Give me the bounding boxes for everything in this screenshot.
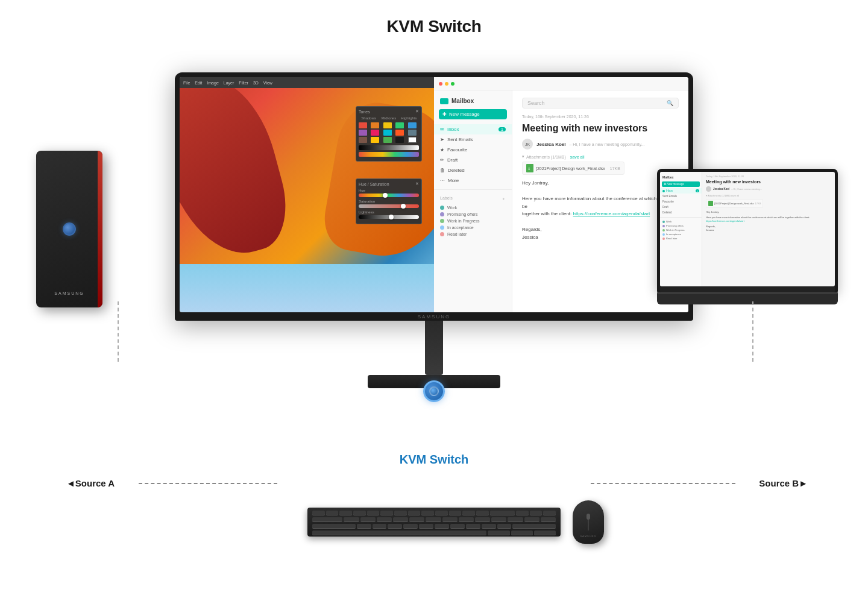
close-dot[interactable] bbox=[439, 82, 442, 86]
label-read-later[interactable]: Read later bbox=[440, 231, 506, 238]
key[interactable] bbox=[476, 511, 489, 515]
ps-menu-edit[interactable]: Edit bbox=[195, 81, 202, 85]
key[interactable] bbox=[421, 511, 434, 515]
laptop-label-wip[interactable]: Work in Progress bbox=[660, 228, 702, 232]
swatch-gray[interactable] bbox=[408, 130, 417, 136]
laptop-sidebar-draft[interactable]: Draft bbox=[660, 204, 702, 210]
key[interactable] bbox=[377, 517, 392, 522]
key-arrow[interactable] bbox=[511, 531, 533, 535]
swatch-pink[interactable] bbox=[371, 130, 379, 136]
ps-menu-filter[interactable]: Filter bbox=[239, 81, 248, 85]
key[interactable] bbox=[516, 511, 529, 515]
key[interactable] bbox=[408, 511, 421, 515]
attachment-file[interactable]: X [2021Project] Design work_Final.xlsx 1… bbox=[522, 162, 624, 175]
key[interactable] bbox=[462, 511, 475, 515]
swatch-yellow[interactable] bbox=[383, 122, 392, 128]
lightness-slider[interactable] bbox=[359, 215, 419, 219]
key[interactable] bbox=[373, 524, 387, 529]
key[interactable] bbox=[543, 511, 556, 515]
swatch-amber[interactable] bbox=[371, 137, 379, 143]
swatch-red[interactable] bbox=[359, 122, 367, 128]
key[interactable] bbox=[394, 511, 407, 515]
key[interactable] bbox=[419, 524, 433, 529]
ps-menu-image[interactable]: Image bbox=[207, 81, 218, 85]
swatch-green[interactable] bbox=[395, 122, 404, 128]
label-wip[interactable]: Work in Progress bbox=[440, 218, 506, 224]
label-acceptance[interactable]: In acceptance bbox=[440, 224, 506, 231]
laptop-sidebar-sent[interactable]: Sent Emails bbox=[660, 194, 702, 199]
label-work[interactable]: Work bbox=[440, 204, 506, 211]
key[interactable] bbox=[367, 511, 380, 515]
key-spacebar[interactable] bbox=[312, 531, 486, 535]
key[interactable] bbox=[524, 517, 539, 522]
swatch-black[interactable] bbox=[395, 137, 404, 143]
swatch-orange[interactable] bbox=[371, 122, 379, 128]
key[interactable] bbox=[388, 524, 402, 529]
key[interactable] bbox=[442, 517, 458, 522]
key[interactable] bbox=[491, 517, 506, 522]
laptop-sidebar-inbox[interactable]: Inbox 1 bbox=[660, 188, 702, 194]
key[interactable] bbox=[466, 524, 480, 529]
sidebar-item-sent[interactable]: ➤ Sent Emails bbox=[434, 134, 512, 145]
key-backspace[interactable] bbox=[490, 511, 515, 515]
key[interactable] bbox=[380, 511, 393, 515]
sidebar-item-draft[interactable]: ✏ Draft bbox=[434, 155, 512, 165]
swatch-cyan[interactable] bbox=[383, 130, 392, 136]
ps-menu-view[interactable]: View bbox=[263, 81, 272, 85]
new-message-button[interactable]: ✚ New message bbox=[439, 109, 507, 119]
hue-thumb[interactable] bbox=[383, 193, 388, 198]
key-tab[interactable] bbox=[312, 517, 342, 522]
sidebar-item-deleted[interactable]: 🗑 Deleted bbox=[434, 165, 512, 175]
laptop-label-work[interactable]: Work bbox=[660, 219, 702, 224]
key[interactable] bbox=[357, 524, 371, 529]
key[interactable] bbox=[435, 511, 448, 515]
saturation-slider[interactable] bbox=[359, 204, 419, 208]
key[interactable] bbox=[459, 517, 474, 522]
lightness-thumb[interactable] bbox=[389, 215, 394, 219]
minimize-dot[interactable] bbox=[445, 82, 448, 86]
sidebar-item-more[interactable]: ⋯ More bbox=[434, 175, 512, 186]
swatch-brown[interactable] bbox=[359, 137, 367, 143]
swatch-white[interactable] bbox=[408, 137, 417, 143]
ps-panel-close[interactable]: ✕ bbox=[415, 109, 419, 114]
key[interactable] bbox=[353, 511, 366, 515]
add-label-icon[interactable]: ＋ bbox=[502, 196, 506, 202]
tower-power-button[interactable] bbox=[63, 222, 76, 236]
ps-hue-close[interactable]: ✕ bbox=[415, 181, 419, 186]
ps-menu-3d[interactable]: 3D bbox=[253, 81, 259, 85]
saturation-thumb[interactable] bbox=[401, 204, 406, 209]
laptop-attachment[interactable]: [2021Project] Design work_Final.xlsx 17K… bbox=[706, 199, 763, 208]
laptop-new-message-btn[interactable]: ✚ New message bbox=[662, 181, 700, 187]
key[interactable] bbox=[393, 517, 408, 522]
swatch-lime[interactable] bbox=[383, 137, 392, 143]
laptop-label-promising[interactable]: Promising offers bbox=[660, 224, 702, 228]
email-conference-link[interactable]: https://conference.com/agenda/start bbox=[573, 211, 650, 216]
laptop-label-acceptance[interactable]: In acceptance bbox=[660, 232, 702, 236]
laptop-label-read-later[interactable]: Read later bbox=[660, 236, 702, 241]
key-caps[interactable] bbox=[312, 524, 356, 529]
label-promising[interactable]: Promising offers bbox=[440, 211, 506, 218]
swatch-blue[interactable] bbox=[408, 122, 417, 128]
key[interactable] bbox=[435, 524, 449, 529]
key[interactable] bbox=[541, 517, 556, 522]
kvm-switch-button[interactable] bbox=[423, 380, 445, 402]
ps-menu-layer[interactable]: Layer bbox=[224, 81, 234, 85]
swatch-deep-orange[interactable] bbox=[395, 130, 404, 136]
key[interactable] bbox=[449, 511, 462, 515]
swatch-purple[interactable] bbox=[359, 130, 367, 136]
laptop-link[interactable]: https://conference.com/agenda/start bbox=[706, 219, 744, 222]
laptop-sidebar-deleted[interactable]: Deleted bbox=[660, 210, 702, 215]
key[interactable] bbox=[450, 524, 465, 529]
save-all-link[interactable]: save all bbox=[570, 155, 585, 159]
key[interactable] bbox=[482, 524, 496, 529]
hue-slider[interactable] bbox=[359, 194, 419, 197]
key[interactable] bbox=[339, 511, 352, 515]
key[interactable] bbox=[530, 511, 542, 515]
ps-menu-file[interactable]: File bbox=[183, 81, 190, 85]
key-arrow[interactable] bbox=[534, 531, 556, 535]
key[interactable] bbox=[312, 511, 325, 515]
key[interactable] bbox=[497, 524, 512, 529]
laptop-sidebar-favourite[interactable]: Favourite bbox=[660, 199, 702, 204]
sidebar-item-favourite[interactable]: ★ Favourite bbox=[434, 145, 512, 155]
key[interactable] bbox=[426, 517, 441, 522]
